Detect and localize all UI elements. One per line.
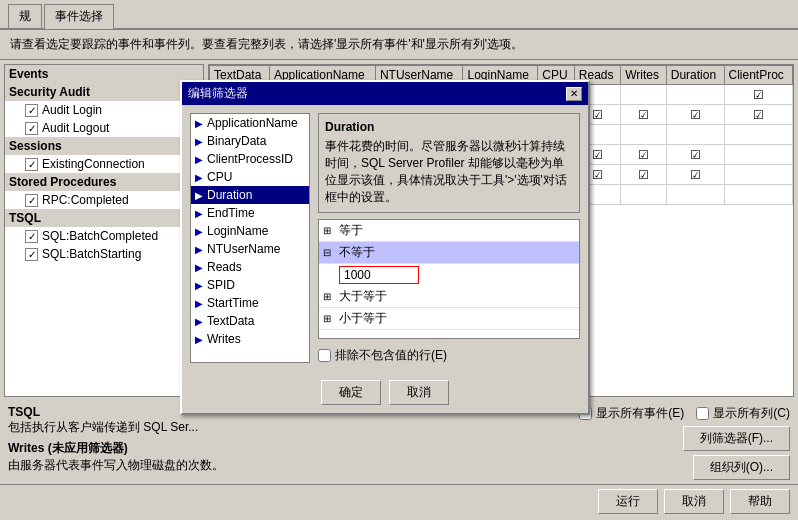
condition-gte[interactable]: ⊞ 大于等于 bbox=[319, 286, 579, 308]
field-item-spid[interactable]: ▶ SPID bbox=[191, 276, 309, 294]
filter-icon: ▶ bbox=[195, 316, 203, 327]
condition-value-input[interactable] bbox=[339, 266, 419, 284]
filter-icon: ▶ bbox=[195, 262, 203, 273]
field-item-reads[interactable]: ▶ Reads bbox=[191, 258, 309, 276]
main-window: 规 事件选择 请查看选定要跟踪的事件和事件列。要查看完整列表，请选择'显示所有事… bbox=[0, 0, 798, 520]
exclude-nulls-row: 排除不包含值的行(E) bbox=[318, 345, 580, 366]
filter-icon: ▶ bbox=[195, 208, 203, 219]
modal-titlebar: 编辑筛选器 ✕ bbox=[182, 82, 588, 105]
condition-label: 不等于 bbox=[339, 244, 375, 261]
filter-icon: ▶ bbox=[195, 226, 203, 237]
condition-lte[interactable]: ⊞ 小于等于 bbox=[319, 308, 579, 330]
field-item-duration[interactable]: ▶ Duration bbox=[191, 186, 309, 204]
field-item-ntusername[interactable]: ▶ NTUserName bbox=[191, 240, 309, 258]
condition-notequals[interactable]: ⊟ 不等于 bbox=[319, 242, 579, 264]
field-item-endtime[interactable]: ▶ EndTime bbox=[191, 204, 309, 222]
field-item-writes[interactable]: ▶ Writes bbox=[191, 330, 309, 348]
field-item-starttime[interactable]: ▶ StartTime bbox=[191, 294, 309, 312]
filter-icon-selected: ▶ bbox=[195, 190, 203, 201]
expand-icon: ⊞ bbox=[323, 225, 339, 236]
filter-description-text: 事件花费的时间。尽管服务器以微秒计算持续时间，SQL Server Profil… bbox=[325, 138, 573, 206]
condition-label: 大于等于 bbox=[339, 288, 387, 305]
filter-description-box: Duration 事件花费的时间。尽管服务器以微秒计算持续时间，SQL Serv… bbox=[318, 113, 580, 213]
filter-icon: ▶ bbox=[195, 172, 203, 183]
modal-cancel-button[interactable]: 取消 bbox=[389, 380, 449, 405]
field-item-loginname[interactable]: ▶ LoginName bbox=[191, 222, 309, 240]
condition-label: 小于等于 bbox=[339, 310, 387, 327]
expand-icon: ⊞ bbox=[323, 313, 339, 324]
filter-icon: ▶ bbox=[195, 118, 203, 129]
field-item-appname[interactable]: ▶ ApplicationName bbox=[191, 114, 309, 132]
field-item-cpu[interactable]: ▶ CPU bbox=[191, 168, 309, 186]
exclude-nulls-checkbox[interactable] bbox=[318, 349, 331, 362]
modal-overlay: 编辑筛选器 ✕ ▶ ApplicationName ▶ BinaryData bbox=[0, 0, 798, 520]
exclude-nulls-label: 排除不包含值的行(E) bbox=[335, 347, 447, 364]
modal-title: 编辑筛选器 bbox=[188, 85, 248, 102]
expand-icon: ⊞ bbox=[323, 291, 339, 302]
filter-icon: ▶ bbox=[195, 334, 203, 345]
modal-ok-button[interactable]: 确定 bbox=[321, 380, 381, 405]
field-item-textdata[interactable]: ▶ TextData bbox=[191, 312, 309, 330]
field-item-clientprocessid[interactable]: ▶ ClientProcessID bbox=[191, 150, 309, 168]
condition-value-row bbox=[319, 264, 579, 286]
filter-conditions-tree: ⊞ 等于 ⊟ 不等于 ⊞ 大于等于 bbox=[318, 219, 580, 339]
filter-icon: ▶ bbox=[195, 136, 203, 147]
filter-icon: ▶ bbox=[195, 154, 203, 165]
filter-fields-list: ▶ ApplicationName ▶ BinaryData ▶ ClientP… bbox=[190, 113, 310, 363]
filter-icon: ▶ bbox=[195, 280, 203, 291]
filter-right-panel: Duration 事件花费的时间。尽管服务器以微秒计算持续时间，SQL Serv… bbox=[318, 113, 580, 366]
expand-icon: ⊟ bbox=[323, 247, 339, 258]
condition-label: 等于 bbox=[339, 222, 363, 239]
modal-content: ▶ ApplicationName ▶ BinaryData ▶ ClientP… bbox=[182, 105, 588, 374]
filter-description-title: Duration bbox=[325, 120, 573, 134]
modal-buttons: 确定 取消 bbox=[182, 374, 588, 413]
condition-equals[interactable]: ⊞ 等于 bbox=[319, 220, 579, 242]
filter-icon: ▶ bbox=[195, 298, 203, 309]
field-item-binarydata[interactable]: ▶ BinaryData bbox=[191, 132, 309, 150]
filter-icon: ▶ bbox=[195, 244, 203, 255]
modal-dialog: 编辑筛选器 ✕ ▶ ApplicationName ▶ BinaryData bbox=[180, 80, 590, 415]
modal-close-button[interactable]: ✕ bbox=[566, 87, 582, 101]
